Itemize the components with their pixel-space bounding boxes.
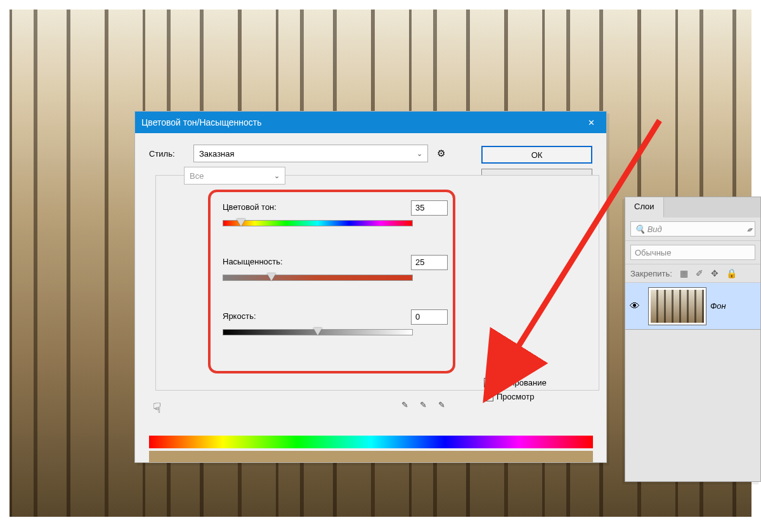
channel-range-dropdown[interactable]: Все ⌄: [184, 167, 285, 185]
style-settings-gear-icon[interactable]: ⚙: [437, 148, 445, 159]
saturation-label: Насыщенность:: [223, 257, 283, 266]
lightness-value-input[interactable]: 0: [411, 309, 448, 325]
colorize-label: Тонирование: [497, 378, 547, 387]
saturation-slider-track[interactable]: [223, 275, 413, 281]
lock-pixels-icon[interactable]: ▦: [680, 268, 688, 278]
saturation-slider-knob[interactable]: [267, 273, 276, 281]
lock-label: Закрепить:: [630, 269, 672, 278]
close-button[interactable]: ✕: [576, 112, 606, 133]
checkbox-checked-icon: ✓: [484, 378, 493, 387]
lock-position-icon[interactable]: ✥: [711, 268, 719, 278]
layer-row-background[interactable]: 👁 Фон: [625, 283, 760, 330]
eyedropper-add-icon[interactable]: ✎: [420, 400, 427, 410]
preview-label: Просмотр: [497, 392, 534, 401]
preview-checkbox[interactable]: ✓ Просмотр: [484, 392, 547, 401]
search-icon: 🔍: [635, 224, 645, 234]
style-label: Стиль:: [149, 149, 193, 159]
close-icon: ✕: [588, 118, 595, 127]
lightness-label: Яркость:: [223, 311, 256, 321]
hue-label: Цветовой тон:: [223, 202, 276, 212]
scrubby-hand-icon[interactable]: ☟: [153, 400, 161, 417]
colorize-checkbox[interactable]: ✓ Тонирование: [484, 378, 547, 387]
blend-mode-dropdown[interactable]: Обычные: [630, 245, 755, 260]
lock-all-icon[interactable]: 🔒: [726, 268, 737, 278]
hue-slider-knob[interactable]: [237, 219, 245, 226]
layer-filter-dropdown[interactable]: 🔍 Вид ▴▾: [630, 221, 755, 237]
dialog-title: Цветовой тон/Насыщенность: [141, 117, 262, 127]
style-value: Заказная: [199, 149, 235, 159]
style-dropdown[interactable]: Заказная ⌄: [193, 145, 428, 162]
chevron-down-icon: ⌄: [417, 150, 422, 158]
dialog-titlebar[interactable]: Цветовой тон/Насыщенность ✕: [135, 112, 606, 133]
eyedropper-icon[interactable]: ✎: [401, 400, 408, 410]
tab-layers[interactable]: Слои: [625, 197, 664, 217]
ok-button[interactable]: ОК: [481, 146, 592, 164]
hue-value-input[interactable]: 35: [411, 200, 448, 216]
lock-brush-icon[interactable]: ✐: [696, 268, 703, 278]
hue-slider-track[interactable]: [223, 220, 413, 226]
chevron-down-icon: ⌄: [274, 172, 280, 180]
stepper-icon: ▴▾: [747, 226, 751, 233]
hue-saturation-dialog: Цветовой тон/Насыщенность ✕ Стиль: Заказ…: [134, 111, 607, 463]
layers-panel: Слои 🔍 Вид ▴▾ Обычные Закрепить: ▦ ✐ ✥ 🔒…: [625, 197, 761, 482]
visibility-eye-icon[interactable]: 👁: [625, 301, 644, 312]
input-spectrum-bar: [149, 436, 593, 448]
channel-range-value: Все: [190, 171, 204, 181]
eyedropper-subtract-icon[interactable]: ✎: [438, 400, 445, 410]
layer-thumbnail[interactable]: [648, 287, 706, 325]
annotation-highlight-box: [208, 190, 455, 373]
lightness-slider-knob[interactable]: [313, 328, 322, 335]
layer-name-label[interactable]: Фон: [710, 301, 726, 311]
checkbox-checked-icon: ✓: [484, 392, 493, 401]
sliders-fieldset: Все ⌄ Цветовой тон: 35 Насыщенность: 25 …: [155, 175, 599, 391]
output-spectrum-bar: [149, 451, 593, 462]
saturation-value-input[interactable]: 25: [411, 255, 448, 270]
lock-row: Закрепить: ▦ ✐ ✥ 🔒: [625, 264, 760, 283]
